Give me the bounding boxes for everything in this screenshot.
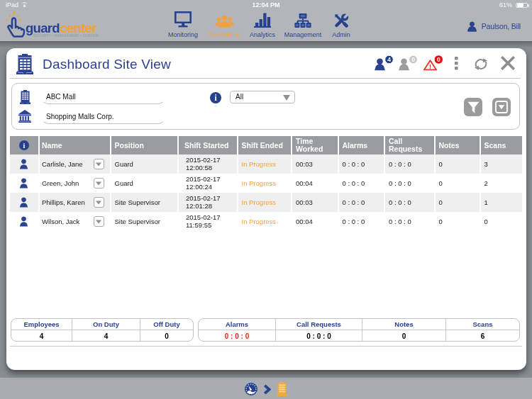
- svg-text:4: 4: [387, 56, 391, 63]
- svg-text:!: !: [429, 63, 431, 70]
- svg-text:0: 0: [411, 56, 415, 63]
- svg-text:0: 0: [437, 56, 440, 63]
- svg-text:i: i: [23, 142, 25, 150]
